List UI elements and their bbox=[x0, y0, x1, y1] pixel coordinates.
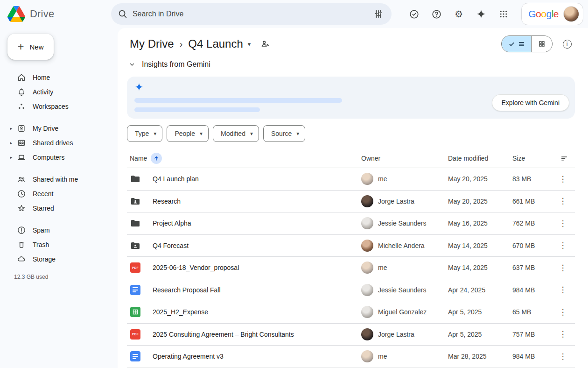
settings-gear-icon[interactable]: ⚙ bbox=[449, 5, 468, 23]
owner-avatar bbox=[361, 173, 373, 185]
breadcrumb-current-folder[interactable]: Q4 Launch ▾ bbox=[185, 36, 253, 51]
filter-source[interactable]: Source ▾ bbox=[263, 125, 305, 142]
google-logo: Google bbox=[528, 8, 559, 20]
sort-options-icon[interactable] bbox=[553, 154, 575, 163]
file-row[interactable]: Research Proposal Fall Jessie Saunders A… bbox=[127, 279, 575, 302]
new-button[interactable]: + New bbox=[7, 34, 54, 60]
more-actions-icon[interactable]: ⋮ bbox=[555, 238, 570, 253]
more-actions-icon[interactable]: ⋮ bbox=[555, 304, 570, 319]
details-info-icon[interactable]: i bbox=[559, 36, 575, 52]
more-actions-icon[interactable]: ⋮ bbox=[555, 349, 570, 364]
sidebar-item-computers[interactable]: ▸ Computers bbox=[7, 150, 118, 164]
folder-icon bbox=[130, 218, 141, 229]
list-icon bbox=[518, 41, 525, 48]
sidebar-item-recent[interactable]: Recent bbox=[7, 186, 118, 201]
apps-grid-icon[interactable] bbox=[494, 5, 513, 23]
sidebar: + New Home bbox=[0, 28, 118, 368]
more-actions-icon[interactable]: ⋮ bbox=[555, 171, 570, 186]
filter-modified[interactable]: Modified ▾ bbox=[213, 125, 259, 142]
shared-drives-icon bbox=[17, 138, 26, 148]
user-avatar[interactable] bbox=[563, 6, 579, 22]
owner-avatar bbox=[361, 262, 373, 274]
offline-status-icon[interactable] bbox=[405, 5, 423, 23]
filter-chips: Type ▾ People ▾ Modified ▾ Source ▾ bbox=[127, 125, 575, 142]
column-header-size[interactable]: Size bbox=[512, 155, 553, 162]
insights-toggle[interactable]: Insights from Gemini bbox=[127, 58, 575, 71]
file-row[interactable]: PDF 2025 Consulting Agreement – Bright C… bbox=[127, 324, 575, 346]
search-bar bbox=[111, 3, 392, 25]
home-icon bbox=[17, 73, 26, 82]
main-content: My Drive › Q4 Launch ▾ bbox=[118, 28, 588, 368]
breadcrumb-chevron-icon: › bbox=[180, 39, 183, 50]
pdf-icon: PDF bbox=[130, 329, 141, 340]
owner-avatar bbox=[361, 240, 373, 252]
sidebar-item-shared-with-me[interactable]: Shared with me bbox=[7, 172, 118, 186]
share-folder-icon[interactable] bbox=[260, 39, 270, 49]
plus-icon: + bbox=[17, 41, 24, 52]
more-actions-icon[interactable]: ⋮ bbox=[555, 327, 570, 342]
file-row[interactable]: Q4 Launch plan me May 20, 2025 83 MB ⋮ bbox=[127, 168, 575, 191]
insights-card: Explore with Gemini bbox=[127, 77, 575, 119]
view-toggle bbox=[501, 35, 553, 52]
trash-icon bbox=[17, 240, 26, 249]
shared-with-me-icon bbox=[17, 175, 26, 184]
drive-brand[interactable]: Drive bbox=[7, 6, 111, 22]
grid-icon bbox=[538, 40, 546, 48]
expand-arrow-icon[interactable]: ▸ bbox=[8, 126, 14, 131]
breadcrumb-my-drive[interactable]: My Drive bbox=[127, 36, 177, 51]
google-account-badge[interactable]: Google bbox=[521, 3, 583, 25]
search-filters-icon[interactable] bbox=[369, 5, 388, 23]
shared-folder-icon bbox=[130, 240, 141, 251]
file-row[interactable]: 2025_H2_Expense Miguel Gonzalez Apr 5, 2… bbox=[127, 301, 575, 324]
sidebar-item-starred[interactable]: Starred bbox=[7, 201, 118, 215]
sidebar-item-activity[interactable]: Activity bbox=[7, 85, 118, 99]
search-icon bbox=[118, 9, 128, 19]
topbar-actions: ⚙ Google bbox=[405, 3, 583, 25]
expand-arrow-icon[interactable]: ▸ bbox=[8, 141, 14, 145]
sidebar-item-workspaces[interactable]: Workspaces bbox=[7, 99, 118, 113]
file-row[interactable]: PDF 2025-06-18_Vendor_proposal me May 14… bbox=[127, 257, 575, 279]
more-actions-icon[interactable]: ⋮ bbox=[555, 260, 570, 275]
chevron-down-icon: ▾ bbox=[296, 130, 299, 137]
list-view-button[interactable] bbox=[502, 36, 532, 52]
sidebar-item-shared-drives[interactable]: ▸ Shared drives bbox=[7, 135, 118, 150]
sidebar-item-my-drive[interactable]: ▸ My Drive bbox=[7, 121, 118, 135]
filter-type[interactable]: Type ▾ bbox=[127, 125, 162, 142]
filter-people[interactable]: People ▾ bbox=[167, 125, 209, 142]
column-header-date[interactable]: Date modified bbox=[448, 155, 512, 162]
expand-arrow-icon[interactable]: ▸ bbox=[8, 155, 14, 160]
insights-skeleton-line-2 bbox=[134, 107, 260, 112]
owner-avatar bbox=[361, 306, 373, 318]
shared-folder-icon bbox=[130, 196, 141, 207]
more-actions-icon[interactable]: ⋮ bbox=[555, 216, 570, 231]
column-header-name[interactable]: Name bbox=[127, 153, 361, 164]
google-drive-app: Drive bbox=[0, 0, 588, 368]
explore-with-gemini-button[interactable]: Explore with Gemini bbox=[492, 94, 570, 111]
grid-view-button[interactable] bbox=[532, 36, 552, 52]
more-actions-icon[interactable]: ⋮ bbox=[555, 283, 570, 297]
sort-ascending-icon[interactable] bbox=[151, 153, 162, 164]
insights-skeleton-line-1 bbox=[134, 98, 342, 103]
top-bar: Drive bbox=[0, 0, 588, 28]
storage-used-label: 12.3 GB used bbox=[7, 274, 118, 280]
sidebar-item-storage[interactable]: Storage bbox=[7, 252, 118, 266]
help-icon[interactable] bbox=[427, 5, 446, 23]
more-actions-icon[interactable]: ⋮ bbox=[555, 194, 570, 209]
gemini-spark-icon[interactable] bbox=[472, 5, 490, 23]
drive-logo-icon bbox=[7, 6, 25, 22]
column-header-owner[interactable]: Owner bbox=[361, 155, 448, 162]
file-row[interactable]: Q4 Forecast Michelle Andera May 14, 2025… bbox=[127, 235, 575, 257]
check-icon bbox=[508, 41, 515, 48]
chevron-down-icon: ▾ bbox=[154, 130, 156, 137]
file-row[interactable]: Operating Agreement v3 me Mar 28, 2025 9… bbox=[127, 346, 575, 368]
sidebar-item-trash[interactable]: Trash bbox=[7, 237, 118, 252]
sidebar-item-home[interactable]: Home bbox=[7, 70, 118, 85]
sidebar-item-spam[interactable]: Spam bbox=[7, 223, 118, 237]
file-row[interactable]: Project Alpha Jessie Saunders May 16, 20… bbox=[127, 212, 575, 235]
chevron-down-icon bbox=[129, 61, 135, 68]
search-input[interactable] bbox=[133, 10, 364, 18]
bell-icon bbox=[17, 87, 26, 97]
file-row[interactable]: Research Jorge Lastra May 20, 2025 661 M… bbox=[127, 191, 575, 213]
owner-avatar bbox=[361, 350, 373, 362]
my-drive-icon bbox=[17, 124, 26, 133]
